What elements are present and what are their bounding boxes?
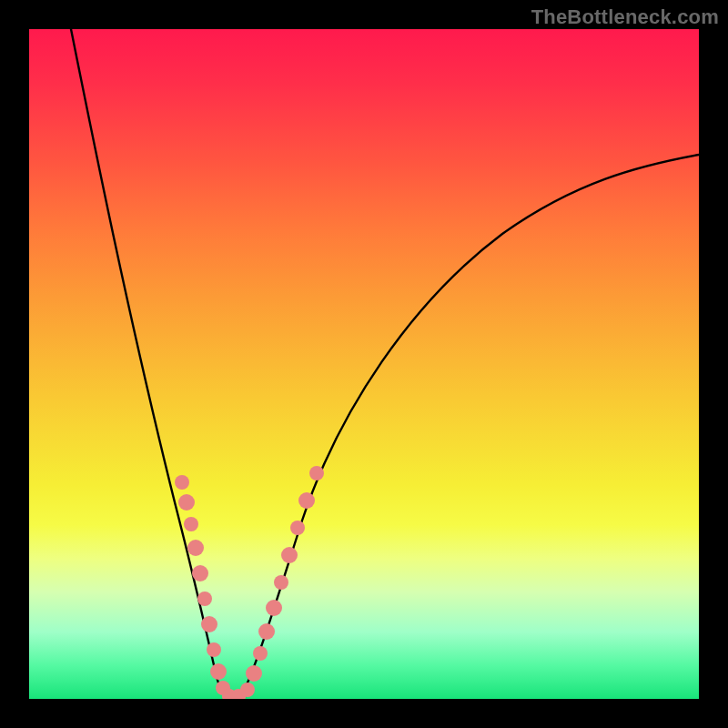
curve-layer	[29, 29, 699, 699]
dotted-highlight-right	[240, 466, 324, 697]
svg-point-6	[201, 616, 217, 632]
svg-point-7	[207, 642, 221, 657]
plot-area	[29, 29, 699, 699]
svg-point-0	[175, 475, 189, 490]
svg-point-14	[253, 646, 268, 661]
svg-point-18	[281, 547, 298, 563]
svg-point-2	[184, 517, 198, 531]
svg-point-19	[290, 521, 305, 535]
svg-point-13	[246, 665, 262, 682]
svg-point-1	[178, 494, 195, 511]
svg-point-4	[192, 565, 208, 581]
svg-point-8	[210, 663, 227, 680]
svg-point-20	[298, 492, 315, 509]
chart-stage: TheBottleneck.com	[0, 0, 728, 728]
svg-point-12	[240, 682, 255, 697]
svg-point-16	[266, 600, 282, 616]
dotted-highlight-left	[175, 475, 246, 699]
watermark-text: TheBottleneck.com	[531, 5, 719, 29]
v-curve-right	[240, 155, 699, 699]
svg-point-17	[274, 575, 288, 590]
svg-point-21	[309, 466, 324, 480]
svg-point-15	[258, 623, 275, 640]
svg-point-5	[197, 592, 212, 606]
svg-point-3	[187, 540, 204, 556]
